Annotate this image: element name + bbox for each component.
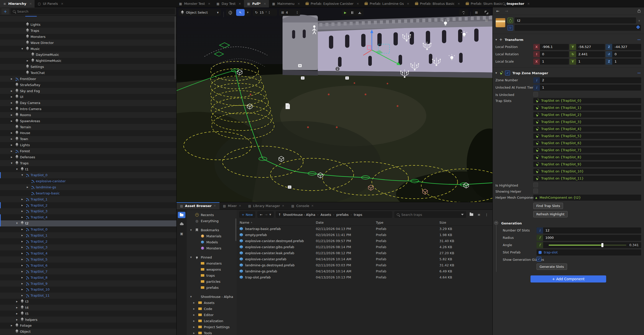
tree-item[interactable]: t3 bbox=[0, 299, 176, 305]
tree-item[interactable]: helpers bbox=[0, 317, 176, 323]
tree-item[interactable]: Town bbox=[0, 136, 176, 142]
new-asset-button[interactable]: + New bbox=[239, 211, 255, 218]
viewport[interactable]: Object Select ▼ ↖ ▼ ↻ 15 ° ∧∨ ⊞ 4 ∧∨ ▶ ▲ bbox=[177, 7, 493, 202]
tree-item[interactable]: NighttimeMusic bbox=[0, 58, 176, 64]
expand-arrow-icon[interactable] bbox=[21, 174, 26, 176]
component-enabled-checkbox[interactable]: ✓ bbox=[505, 70, 510, 75]
tree-item[interactable]: Day Camera bbox=[0, 100, 176, 106]
is-highlighted-checkbox[interactable]: ✓ bbox=[533, 183, 538, 187]
asset-sidebar-item[interactable]: Localization bbox=[187, 318, 237, 324]
trap-slot-reference[interactable]: TrapSlot on {TrapSlot_10} bbox=[533, 169, 641, 174]
more-options-icon[interactable]: ⋯ bbox=[637, 38, 641, 42]
expand-arrow-icon[interactable] bbox=[21, 228, 26, 230]
close-icon[interactable]: ✕ bbox=[264, 2, 266, 6]
trap-slot-reference[interactable]: TrapSlot on {TrapSlot_11} bbox=[533, 176, 641, 181]
file-row[interactable]: explosive-canister.leak.prefab 01/21/202… bbox=[237, 250, 492, 256]
tree-item[interactable]: TrapSlot_8 bbox=[0, 274, 176, 280]
panel-tab[interactable]: Hierarchy ✕ bbox=[0, 0, 35, 7]
tree-item[interactable]: TrapSlot_3 bbox=[0, 208, 176, 214]
expand-arrow-icon[interactable] bbox=[193, 302, 196, 304]
fullscreen-icon[interactable] bbox=[485, 11, 488, 14]
file-row[interactable]: explosive-canister.prefab 04/14/2026 10:… bbox=[237, 256, 492, 262]
object-name-input[interactable] bbox=[515, 17, 636, 23]
scene-tab[interactable]: Day Test ✕ bbox=[213, 0, 244, 7]
breadcrumb-item[interactable]: ShootHouse - Alpha bbox=[283, 213, 315, 217]
column-name[interactable]: Name bbox=[240, 221, 249, 224]
collapse-arrow-icon[interactable]: ▼ bbox=[495, 72, 497, 74]
list-view-button[interactable]: ≡ bbox=[476, 212, 482, 218]
expand-arrow-icon[interactable] bbox=[11, 96, 15, 98]
expand-arrow-icon[interactable] bbox=[11, 138, 15, 140]
scene-tab[interactable]: Prefab: Bloatus Basic ✕ bbox=[412, 0, 463, 7]
close-icon[interactable]: ✕ bbox=[311, 204, 314, 208]
expand-arrow-icon[interactable] bbox=[190, 296, 193, 298]
network-status-button[interactable] bbox=[459, 9, 468, 16]
expand-arrow-icon[interactable] bbox=[21, 252, 26, 254]
visibility-toggle[interactable]: ▽ bbox=[508, 25, 513, 31]
asset-sidebar-item[interactable]: Pinned bbox=[187, 254, 237, 260]
close-icon[interactable]: ✕ bbox=[208, 2, 210, 6]
expand-arrow-icon[interactable] bbox=[16, 319, 20, 321]
asset-sidebar-item[interactable]: Everything bbox=[187, 218, 237, 224]
file-row[interactable]: landmine-gs.destroyed.prefab 02/11/2026 … bbox=[237, 262, 492, 268]
breadcrumb-item[interactable]: prefabs bbox=[336, 213, 349, 217]
show-gizmos-checkbox[interactable]: ✓ bbox=[537, 257, 541, 262]
expand-arrow-icon[interactable] bbox=[21, 198, 26, 200]
expand-arrow-icon[interactable] bbox=[21, 234, 26, 237]
expand-arrow-icon[interactable] bbox=[16, 306, 20, 309]
expand-arrow-icon[interactable] bbox=[21, 288, 26, 291]
expand-arrow-icon[interactable] bbox=[11, 156, 15, 158]
file-row[interactable]: trap-slot.prefab 04/13/2026 10:13 PM Pre… bbox=[237, 274, 492, 280]
close-icon[interactable]: ✕ bbox=[282, 204, 284, 208]
bottom-panel-tab[interactable]: ▤ Asset Browser ✕ bbox=[177, 202, 219, 210]
expand-arrow-icon[interactable] bbox=[193, 332, 196, 334]
expand-arrow-icon[interactable] bbox=[21, 246, 26, 248]
close-icon[interactable]: ✕ bbox=[214, 204, 216, 208]
tree-item[interactable]: TrapSlot_5 bbox=[0, 256, 176, 263]
transform-header[interactable]: ▼ + Transform ⋯ bbox=[493, 36, 644, 43]
file-row[interactable]: beartrap-basic.prefab 02/11/2026 04:13 P… bbox=[237, 226, 492, 232]
tree-item[interactable]: beartrap-basic bbox=[0, 190, 176, 196]
hierarchy-scrollbar[interactable] bbox=[175, 16, 176, 80]
tree-item[interactable]: Terrain bbox=[0, 124, 176, 130]
expand-arrow-icon[interactable] bbox=[16, 222, 20, 224]
trap-slot-reference[interactable]: TrapSlot on {TrapSlot_8} bbox=[533, 154, 641, 160]
bottom-panel-tab[interactable]: ▤ Mixer ✕ bbox=[219, 202, 245, 210]
asset-sidebar-item[interactable]: Project Settings bbox=[187, 324, 237, 330]
trap-slot-reference[interactable]: TrapSlot on {TrapSlot_0} bbox=[533, 98, 641, 104]
tree-item[interactable]: UI bbox=[0, 94, 176, 100]
tree-item[interactable]: House bbox=[0, 130, 176, 136]
asset-sidebar-item[interactable]: monsters bbox=[187, 260, 237, 266]
breadcrumb-item[interactable]: Assets bbox=[320, 213, 331, 217]
expand-arrow-icon[interactable] bbox=[21, 276, 26, 279]
asset-sidebar-item[interactable]: Code bbox=[187, 306, 237, 312]
tree-item[interactable]: TrapSlot_1 bbox=[0, 196, 176, 202]
scene-tab[interactable]: Full* ✕ bbox=[244, 0, 269, 7]
column-type[interactable]: Type bbox=[376, 221, 439, 224]
expand-arrow-icon[interactable] bbox=[21, 294, 26, 297]
scale-z-field[interactable]: Z1 bbox=[606, 59, 641, 65]
tree-item[interactable]: SpawnAreas bbox=[0, 118, 176, 124]
expand-arrow-icon[interactable] bbox=[16, 313, 20, 315]
forward-button[interactable]: → bbox=[265, 213, 267, 217]
scene-tab[interactable]: Monster Test ✕ bbox=[176, 0, 213, 7]
tree-item[interactable]: t2 bbox=[0, 220, 176, 226]
tree-item[interactable]: TrapSlot_11 bbox=[0, 293, 176, 299]
select-mode-dropdown[interactable]: Object Select ▼ bbox=[179, 9, 221, 16]
expand-arrow-icon[interactable] bbox=[21, 210, 26, 212]
tree-item[interactable]: explosive-canister bbox=[0, 178, 176, 184]
refresh-highlight-button[interactable]: Refresh Highlight bbox=[533, 211, 568, 217]
number-of-slots-field[interactable]: i12 bbox=[537, 227, 641, 234]
expand-arrow-icon[interactable] bbox=[11, 78, 15, 80]
tree-item[interactable]: TrapSlot_4 bbox=[0, 250, 176, 256]
tree-item[interactable]: TrapSlot_1 bbox=[0, 232, 176, 238]
tree-item[interactable]: Defenses bbox=[0, 154, 176, 160]
lock-icon[interactable] bbox=[638, 11, 640, 13]
showing-helper-checkbox[interactable]: ✓ bbox=[533, 189, 538, 193]
tree-item[interactable]: t5 bbox=[0, 311, 176, 317]
tree-item[interactable]: TrapSlot_0 bbox=[0, 172, 176, 178]
close-icon[interactable]: ✕ bbox=[239, 2, 241, 6]
expand-arrow-icon[interactable] bbox=[16, 168, 20, 170]
expand-arrow-icon[interactable] bbox=[21, 258, 26, 261]
pointer-tool-button[interactable]: ↖ bbox=[236, 9, 245, 16]
